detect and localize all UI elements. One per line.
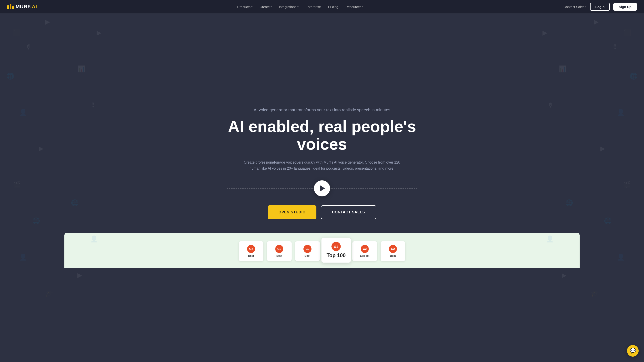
bg-icon: 🎙 xyxy=(26,43,32,51)
award-badge-2: G2 Best xyxy=(267,241,292,261)
bg-icon: 🎙 xyxy=(548,101,554,109)
logo[interactable]: MURF.AI xyxy=(7,4,37,9)
bg-icon: ▶ xyxy=(542,29,548,36)
g2-logo-4: G2 xyxy=(361,245,369,253)
bg-icon: 📊 xyxy=(559,65,567,73)
chevron-down-icon: ▾ xyxy=(270,5,272,8)
hero-description: Create professional-grade voiceovers qui… xyxy=(239,159,405,171)
bg-icon: ▶ xyxy=(562,272,567,279)
bg-icon: ▶ xyxy=(594,18,599,25)
logo-bar-1 xyxy=(7,5,9,9)
bg-icon: 🌐 xyxy=(565,199,573,206)
bg-icon: 🌐 xyxy=(630,72,638,80)
g2-logo-3: G2 xyxy=(304,245,312,253)
bg-icon: ▶ xyxy=(45,18,50,25)
award-badge-3: G2 Best xyxy=(295,241,320,261)
hero-title: AI enabled, real people's voices xyxy=(227,118,417,153)
nav-resources[interactable]: Resources ▾ xyxy=(342,3,367,10)
bg-icon: 🎬 xyxy=(623,181,631,188)
logo-suffix: .AI xyxy=(30,4,37,9)
award-badge-1: G2 Best xyxy=(239,241,264,261)
nav-create[interactable]: Create ▾ xyxy=(256,3,275,10)
chevron-down-icon: ▾ xyxy=(251,5,252,8)
bg-icon: 🎓 xyxy=(591,290,599,297)
g2-logo-featured: G2 xyxy=(332,242,340,251)
contact-sales-button[interactable]: CONTACT SALES xyxy=(321,205,376,219)
bg-icon: 🌐 xyxy=(32,217,40,225)
open-studio-button[interactable]: OPEN STUDIO xyxy=(268,205,316,219)
logo-text: MURF.AI xyxy=(16,4,37,9)
award-top100-label: Top 100 xyxy=(326,253,346,259)
bg-icon: 🌐 xyxy=(71,199,79,206)
bg-icon: 👤 xyxy=(617,109,625,116)
bg-icon: 🌐 xyxy=(6,72,14,80)
chevron-down-icon: ▾ xyxy=(298,5,298,8)
chat-bubble[interactable]: 💬 xyxy=(627,345,639,357)
chevron-down-icon: ▾ xyxy=(362,5,363,8)
contact-sales-nav[interactable]: Contact Sales › xyxy=(564,5,586,9)
award-badge-featured: G2 Top 100 xyxy=(321,238,350,263)
play-icon xyxy=(320,185,325,192)
nav-products[interactable]: Products ▾ xyxy=(234,3,256,10)
award-label-5: Best xyxy=(390,254,396,257)
bg-icon: ▶ xyxy=(77,272,82,279)
bg-icon: 👤 xyxy=(617,253,625,261)
play-section xyxy=(227,180,417,196)
play-button[interactable] xyxy=(314,180,330,196)
hero-subtitle: AI voice generator that transforms your … xyxy=(227,108,417,112)
navbar: MURF.AI Products ▾ Create ▾ Integrations… xyxy=(0,0,644,13)
bg-icon: 🌐 xyxy=(604,217,612,225)
bg-icon: 🎓 xyxy=(45,290,53,297)
nav-enterprise[interactable]: Enterprise xyxy=(302,3,324,10)
logo-bar-3 xyxy=(12,6,14,9)
nav-integrations[interactable]: Integrations ▾ xyxy=(276,3,302,10)
bg-icon: 🎙 xyxy=(90,101,96,109)
bg-icon: 📊 xyxy=(77,65,85,73)
bg-icon: ⬛ xyxy=(623,29,631,36)
logo-bar-2 xyxy=(10,4,12,9)
bg-icon: ▶ xyxy=(96,29,102,36)
award-label-3: Best xyxy=(304,254,310,257)
arrow-right-icon: › xyxy=(586,5,586,9)
chat-icon: 💬 xyxy=(630,348,636,354)
g2-logo-1: G2 xyxy=(247,245,255,253)
g2-logo-5: G2 xyxy=(389,245,397,253)
nav-right: Contact Sales › Login Sign Up xyxy=(564,3,637,11)
hero-content: AI voice generator that transforms your … xyxy=(222,108,422,219)
bg-icon: ⬛ xyxy=(13,29,21,36)
bg-icon: 🎙 xyxy=(612,43,618,51)
award-badge-5: G2 Best xyxy=(380,241,405,261)
signup-button[interactable]: Sign Up xyxy=(613,3,637,11)
bg-icon: ▶ xyxy=(600,145,605,152)
bg-icon: 👤 xyxy=(19,253,27,261)
awards-section: G2 Best G2 Best G2 Best G2 Top 100 G2 Ea… xyxy=(64,233,580,268)
bg-icon: 🎬 xyxy=(13,181,21,188)
award-label-2: Best xyxy=(276,254,282,257)
award-label-1: Best xyxy=(248,254,254,257)
nav-pricing[interactable]: Pricing xyxy=(325,3,342,10)
g2-logo-2: G2 xyxy=(275,245,283,253)
cta-buttons: OPEN STUDIO CONTACT SALES xyxy=(227,205,417,219)
login-button[interactable]: Login xyxy=(590,3,610,11)
award-label-4: Easiest xyxy=(360,254,370,257)
hero-section: ⬛ ▶ 🎙 🌐 👤 ▶ 🎬 🌐 👤 🎓 ▶ 📊 🎙 🌐 👤 ▶ ⬛ ▶ 🎙 🌐 … xyxy=(0,0,644,362)
bg-icon: ▶ xyxy=(39,145,44,152)
award-badge-4: G2 Easiest xyxy=(352,241,377,261)
nav-links: Products ▾ Create ▾ Integrations ▾ Enter… xyxy=(234,3,367,10)
logo-icon xyxy=(7,4,14,9)
bg-icon: 👤 xyxy=(19,109,27,116)
